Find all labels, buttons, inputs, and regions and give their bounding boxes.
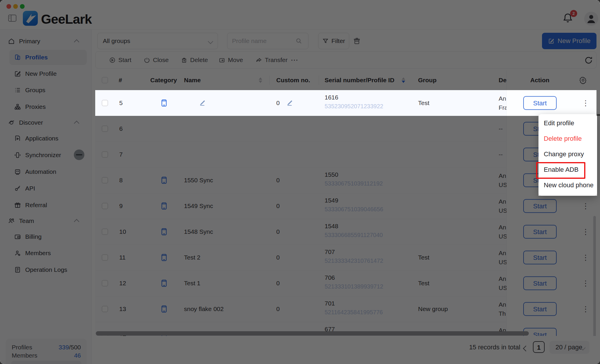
zoom-window-button[interactable]	[20, 4, 25, 9]
groups-icon	[14, 87, 21, 94]
close-window-button[interactable]	[6, 4, 11, 9]
chevron-up-icon[interactable]	[74, 121, 79, 126]
action-cell: Start ⋮	[507, 245, 596, 270]
row-checkbox[interactable]	[102, 254, 108, 261]
filter-button[interactable]: Filter	[318, 33, 349, 49]
edit-name-icon[interactable]	[198, 99, 206, 107]
edit-custom-no-icon[interactable]	[286, 99, 293, 107]
home-icon	[8, 38, 15, 45]
row-checkbox[interactable]	[102, 151, 108, 158]
notification-badge: 2	[570, 10, 577, 17]
start-button[interactable]: Start	[523, 302, 557, 316]
brand-name: GeeLark	[41, 12, 92, 27]
sidebar-item-label: Billing	[25, 233, 42, 240]
vertical-scrollbar[interactable]	[593, 216, 596, 336]
current-page[interactable]: 1	[533, 341, 545, 353]
menu-item-delete-profile[interactable]: Delete profile	[538, 131, 597, 146]
sidebar-section-primary[interactable]: Primary	[0, 34, 91, 49]
sidebar-item-label: API	[25, 185, 35, 192]
row-more-button[interactable]: ⋮	[580, 201, 591, 211]
search-icon[interactable]	[295, 37, 302, 44]
row-more-button[interactable]: ⋮	[580, 279, 591, 288]
move-action-button[interactable]: Move	[217, 52, 245, 68]
page-size-select[interactable]: 20 / page	[550, 341, 589, 354]
menu-item-change-proxy[interactable]: Change proxy	[538, 146, 597, 162]
more-actions-button[interactable]: ⋯	[289, 52, 300, 68]
row-checkbox[interactable]	[102, 100, 108, 106]
sidebar-item-api[interactable]: API	[0, 181, 91, 196]
sidebar-item-proxies[interactable]: Proxies	[0, 99, 91, 114]
row-more-button[interactable]: ⋮	[580, 253, 591, 262]
device-cell: AnTh	[499, 300, 506, 318]
start-button[interactable]: Start	[523, 199, 557, 213]
sidebar-item-referral[interactable]: Referral	[0, 198, 91, 213]
sidebar-item-label: Proxies	[25, 103, 46, 110]
transfer-action-button[interactable]: Transfer	[254, 52, 289, 68]
start-action-button[interactable]: Start	[107, 52, 133, 68]
sidebar-item-members[interactable]: Members	[0, 245, 91, 261]
row-more-button[interactable]: ⋮	[580, 304, 591, 314]
menu-item-edit-profile[interactable]: Edit profile	[538, 115, 597, 131]
row-checkbox[interactable]	[102, 126, 108, 132]
chevron-down-icon	[208, 39, 213, 44]
select-all-checkbox[interactable]	[102, 77, 108, 83]
sidebar-item-applications[interactable]: Applications	[0, 131, 91, 146]
chevron-up-icon[interactable]	[74, 39, 79, 44]
name-sort-control[interactable]	[259, 78, 262, 83]
row-checkbox[interactable]	[102, 177, 108, 183]
notifications-button[interactable]: 2	[562, 12, 575, 25]
row-checkbox[interactable]	[102, 306, 108, 312]
proxies-icon	[14, 103, 21, 110]
start-button[interactable]: Start	[523, 96, 557, 110]
sidebar-item-groups[interactable]: Groups	[0, 83, 91, 98]
close-action-button[interactable]: Close	[142, 52, 171, 68]
geelark-logo-icon	[23, 11, 38, 26]
row-more-button[interactable]: ⋮	[580, 227, 591, 237]
col-header-device: De	[499, 77, 507, 84]
sidebar-toggle-icon[interactable]	[8, 15, 16, 22]
renew-button[interactable]: Renew	[11, 361, 81, 364]
table-row: 8 1550 Sync 0 1550533306751039112192 AnU…	[95, 167, 596, 193]
row-checkbox[interactable]	[102, 280, 108, 286]
sidebar-item-billing[interactable]: Billing	[0, 229, 91, 244]
api-icon	[14, 185, 21, 192]
start-button[interactable]: Start	[523, 277, 557, 290]
horizontal-scrollbar[interactable]	[96, 331, 529, 336]
refresh-button[interactable]	[582, 55, 592, 65]
group-filter-select[interactable]: All groups	[97, 33, 218, 49]
sidebar-section-team[interactable]: Team	[0, 213, 91, 229]
billing-icon	[14, 233, 21, 240]
refresh-icon	[584, 56, 593, 65]
new-profile-button[interactable]: New Profile	[542, 33, 596, 49]
menu-item-new-cloud-phone[interactable]: New cloud phone	[538, 177, 597, 193]
sidebar-item-synchronizer[interactable]: Synchronizer	[0, 147, 91, 163]
start-button[interactable]: Start	[523, 251, 557, 265]
minimize-window-button[interactable]	[13, 4, 18, 9]
group-value: Test	[418, 99, 429, 107]
device-cell: AnUS	[499, 223, 507, 241]
custom-no-value: 0	[276, 99, 280, 107]
user-avatar[interactable]	[584, 12, 598, 26]
column-settings-gear-icon[interactable]	[579, 76, 587, 84]
prev-page-button[interactable]	[523, 346, 529, 351]
profiles-usage-value: 339/500	[59, 344, 81, 351]
sidebar-item-automation[interactable]: Automation	[0, 164, 91, 179]
start-button[interactable]: Start	[523, 225, 557, 239]
sidebar-item-new-profile[interactable]: New Profile	[0, 66, 91, 81]
row-checkbox[interactable]	[102, 229, 108, 235]
row-number: 8	[119, 177, 123, 184]
row-more-button[interactable]: ⋮	[580, 98, 591, 108]
delete-action-button[interactable]: Delete	[179, 52, 210, 68]
row-checkbox[interactable]	[102, 203, 108, 209]
chevron-up-icon[interactable]	[74, 219, 79, 224]
sidebar-item-profiles[interactable]: Profiles	[0, 50, 91, 65]
col-header-number: #	[119, 77, 122, 84]
team-icon	[8, 217, 15, 224]
clear-filter-trash-icon[interactable]	[353, 37, 361, 45]
serial-sort-control[interactable]	[402, 78, 405, 83]
sidebar-section-discover[interactable]: Discover	[0, 115, 91, 130]
sidebar-item-operation-logs[interactable]: Operation Logs	[0, 262, 91, 277]
col-header-action: Action	[530, 77, 549, 84]
sidebar-item-label: Members	[25, 250, 51, 257]
custom-no-value: 0	[276, 305, 280, 313]
